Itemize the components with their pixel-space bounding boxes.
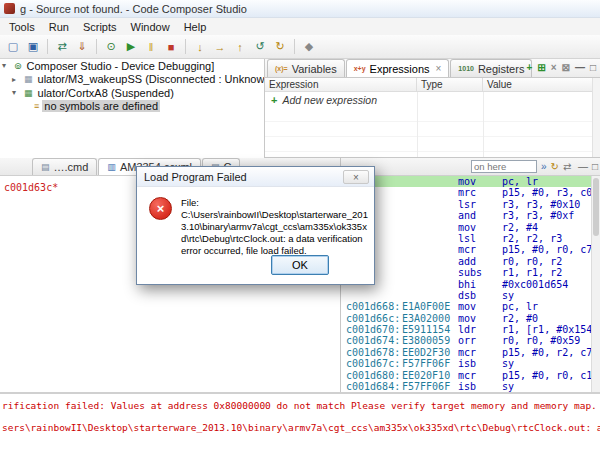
- new-target-config-icon[interactable]: ◆: [300, 38, 318, 56]
- menu-item-run[interactable]: Run: [42, 20, 76, 34]
- asm-operands: r3, r3, #0xf: [502, 210, 574, 221]
- ok-button[interactable]: OK: [271, 255, 329, 275]
- menu-item-scripts[interactable]: Scripts: [76, 20, 124, 34]
- maximize-view-icon[interactable]: □: [592, 161, 598, 172]
- menu-item-help[interactable]: Help: [177, 20, 214, 34]
- maximize-view-icon[interactable]: □: [590, 62, 596, 73]
- minimize-view-icon[interactable]: —: [578, 161, 588, 172]
- save-icon[interactable]: ▣: [24, 38, 42, 56]
- column-header-value[interactable]: Value: [483, 78, 600, 91]
- disasm-line[interactable]: lslr2, r2, r3: [341, 233, 592, 244]
- disasm-line[interactable]: dsbsy: [341, 290, 592, 301]
- disasm-line[interactable]: movpc, lr: [341, 176, 592, 187]
- column-divider[interactable]: [417, 92, 418, 157]
- tree-expand-icon[interactable]: ▸: [12, 75, 21, 84]
- remove-all-icon[interactable]: ⊠: [562, 62, 570, 73]
- disasm-line[interactable]: andr3, r3, #0xf: [341, 210, 592, 221]
- debug-item-label: no symbols are defined: [42, 100, 160, 112]
- disasm-line[interactable]: c001d684:F57FF06Fisbsy: [341, 381, 592, 392]
- tab-variables[interactable]: (x)=Variables: [267, 59, 345, 77]
- tree-expand-icon[interactable]: ▾: [2, 61, 11, 70]
- asm-operands: r3, r3, #0x10: [502, 199, 580, 210]
- terminate-icon[interactable]: ■: [162, 38, 180, 56]
- menu-bar: ToolsRunScriptsWindowHelp: [0, 18, 600, 35]
- disasm-line[interactable]: movr2, #4: [341, 222, 592, 233]
- debug-tree-item[interactable]: ▾▦ulator/CortxA8 (Suspended): [0, 86, 264, 100]
- suspend-icon[interactable]: ‖: [142, 38, 160, 56]
- refresh-icon[interactable]: ↻: [551, 161, 559, 172]
- disasm-line[interactable]: bhi#0xc001d654: [341, 279, 592, 290]
- column-header-type[interactable]: Type: [417, 78, 483, 91]
- asm-mnemonic: mcr: [458, 244, 502, 255]
- tab-expressions[interactable]: x+yExpressions×: [346, 59, 450, 77]
- disasm-line[interactable]: c001d678:EE0D2F30mcrp15, #0, r2, c7, c10…: [341, 347, 592, 358]
- location-input[interactable]: [471, 160, 537, 173]
- connect-target-icon[interactable]: ⇄: [53, 38, 71, 56]
- disasm-line[interactable]: subsr1, r1, r2: [341, 267, 592, 278]
- tab-registers[interactable]: 1010Registers: [450, 59, 532, 77]
- asm-operands: p15, #0, r0, c1, c0, #0: [502, 370, 592, 381]
- asm-operands: sy: [502, 358, 514, 369]
- asm-operands: pc, lr: [502, 301, 538, 312]
- error-icon: ×: [149, 197, 172, 220]
- link-with-active-icon[interactable]: ⇄: [563, 161, 571, 172]
- disasm-line[interactable]: mcrp15, #0, r0, c7, c6, #1: [341, 244, 592, 255]
- toolbar-separator: [294, 39, 295, 54]
- tab-label: Variables: [292, 63, 337, 75]
- flash-icon[interactable]: ⇓: [73, 38, 91, 56]
- scrollbar-thumb[interactable]: [593, 178, 599, 236]
- dialog-title-bar[interactable]: Load Program Failed ×: [137, 167, 374, 187]
- disassembly-panel: »↻⇄ —□ movpc, lrmrcp15, #0, r3, c0, c0, …: [340, 158, 600, 392]
- restart-icon[interactable]: ↺: [251, 38, 269, 56]
- locate-pc-icon[interactable]: »: [541, 161, 547, 172]
- add-expression-icon[interactable]: +: [526, 62, 532, 73]
- asm-operands: r1, [r1, #0x154]: [502, 324, 592, 335]
- column-header-expression[interactable]: Expression: [265, 78, 417, 91]
- tree-expand-icon[interactable]: ▾: [12, 88, 21, 97]
- asm-mnemonic: lsr: [458, 199, 502, 210]
- asm-operands: p15, #0, r3, c0, c0, #1: [502, 187, 592, 198]
- menu-item-tools[interactable]: Tools: [2, 20, 42, 34]
- menu-item-window[interactable]: Window: [124, 20, 177, 34]
- ccxml-file-icon: ▥: [107, 162, 116, 172]
- asm-address: c001d680:: [346, 370, 402, 381]
- add-group-icon[interactable]: ⊞: [537, 62, 545, 73]
- console-line: sers\rainbowII\Desktop\starterware_2013.…: [2, 422, 600, 434]
- asm-opcode: EE020F10: [402, 370, 458, 381]
- disasm-line[interactable]: mrcp15, #0, r3, c0, c0, #1: [341, 187, 592, 198]
- editor-tab[interactable]: ▤….cmd: [32, 158, 97, 175]
- disassembly-scrollbar[interactable]: [591, 176, 600, 392]
- asm-opcode: [402, 187, 458, 198]
- step-return-icon[interactable]: ↑: [231, 38, 249, 56]
- debug-tree-item[interactable]: ▸▦ulator/M3_wakeupSS (Disconnected : Unk…: [0, 73, 264, 87]
- debug-icon[interactable]: ⊙: [102, 38, 120, 56]
- column-divider[interactable]: [483, 92, 484, 157]
- step-into-icon[interactable]: ↓: [191, 38, 209, 56]
- debug-tree-item[interactable]: ≡no symbols are defined: [0, 100, 264, 114]
- expressions-scrollbar[interactable]: [592, 78, 600, 157]
- app-icon: [4, 3, 15, 14]
- asm-operands: sy: [502, 381, 514, 392]
- asm-opcode: [402, 210, 458, 221]
- asm-mnemonic: dsb: [458, 290, 502, 301]
- asm-opcode: [402, 244, 458, 255]
- disasm-line[interactable]: c001d670:E5911154ldrr1, [r1, #0x154]: [341, 324, 592, 335]
- tab-close-icon[interactable]: ×: [436, 63, 442, 74]
- resume-icon[interactable]: ▶: [122, 38, 140, 56]
- step-over-icon[interactable]: →: [211, 38, 229, 56]
- disasm-line[interactable]: c001d680:EE020F10mcrp15, #0, r0, c1, c0,…: [341, 370, 592, 381]
- minimize-view-icon[interactable]: —: [575, 62, 585, 73]
- asm-opcode: [402, 222, 458, 233]
- disasm-line[interactable]: c001d674:E3800059orrr0, r0, #0x59: [341, 335, 592, 346]
- new-file-icon[interactable]: ▢: [4, 38, 22, 56]
- refresh-icon[interactable]: ↻: [271, 38, 289, 56]
- disasm-line[interactable]: lsrr3, r3, #0x10: [341, 199, 592, 210]
- disasm-line[interactable]: c001d67c:F57FF06Fisbsy: [341, 358, 592, 369]
- disasm-line[interactable]: c001d66c:E3A02000movr2, #0: [341, 313, 592, 324]
- remove-expression-icon[interactable]: ×: [551, 62, 557, 73]
- debug-tree-item[interactable]: ▾⊚Composer Studio - Device Debugging]: [0, 59, 264, 73]
- disasm-line[interactable]: c001d668:E1A0F00Emovpc, lr: [341, 301, 592, 312]
- add-new-expression-row[interactable]: + Add new expression: [265, 92, 600, 107]
- disasm-line[interactable]: addr0, r0, r2: [341, 256, 592, 267]
- dialog-close-icon[interactable]: ×: [343, 170, 369, 184]
